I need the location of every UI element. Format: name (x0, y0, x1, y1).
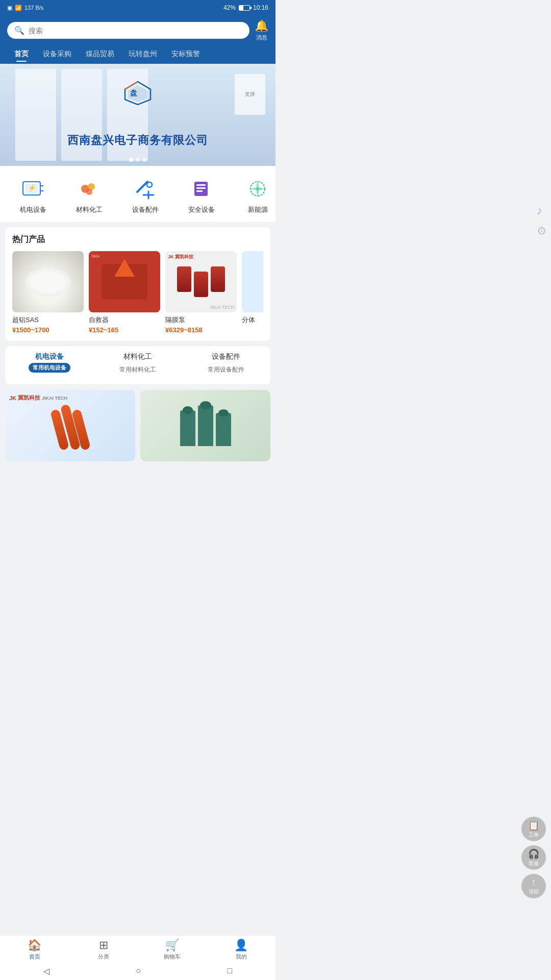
product-card-4[interactable]: 分体 (242, 251, 263, 334)
banner-company-name: 西南盘兴电子商务有限公司 (67, 134, 208, 146)
product-name-1: 超铝SAS (12, 315, 84, 325)
header: 🔍 🔔 消息 (0, 15, 276, 47)
grid-img-1: JK 冀凯科技JIKAI TECH (5, 390, 135, 461)
company-logo: 盘 (120, 79, 156, 107)
nav-tab-home[interactable]: 首页 (7, 47, 36, 61)
status-bar: ▣ 📶 137 B/s 42% 10:16 (0, 0, 276, 15)
product-img-4 (242, 251, 263, 312)
wifi-icon: 📶 (15, 5, 22, 11)
svg-point-14 (147, 182, 152, 187)
category-label-electrical: 机电设备 (20, 205, 46, 214)
product-card-2[interactable]: IWA 自救器 ¥152~165 (89, 251, 160, 334)
cat-tab-chemical[interactable]: 材料化工 常用材料化工 (93, 346, 182, 384)
status-right: 42% 10:16 (223, 4, 268, 11)
nav-tab-equipment[interactable]: 设备采购 (36, 47, 79, 61)
products-row: 超铝SAS ¥1500~1700 IWA 自救器 ¥152~165 (12, 251, 263, 334)
product-card-1[interactable]: 超铝SAS ¥1500~1700 (12, 251, 84, 334)
product-name-3: 隔膜泵 (165, 315, 237, 325)
nav-tabs: 首页 设备采购 煤品贸易 玩转盘州 安标预警 (0, 47, 276, 64)
category-label-safety: 安全设备 (188, 205, 215, 214)
status-left: ▣ 📶 137 B/s (7, 5, 43, 11)
product-img-3: JK 冀凯科技 JIKAI TECH (165, 251, 237, 312)
battery-percent: 42% (223, 4, 236, 11)
nav-tab-coal[interactable]: 煤品贸易 (79, 47, 121, 61)
search-input[interactable] (29, 27, 242, 35)
notification-button[interactable]: 🔔 消息 (255, 19, 268, 41)
svg-line-13 (137, 182, 147, 192)
search-icon: 🔍 (14, 26, 24, 35)
battery-icon (239, 5, 250, 11)
category-item-safety[interactable]: 安全设备 (173, 173, 230, 217)
hot-products-section: 热门产品 超铝SAS ¥1500~1700 (5, 227, 270, 341)
cat-badge-electrical: 常用机电设备 (29, 363, 70, 373)
category-label-energy: 新能源 (248, 205, 268, 214)
category-section: ⚡ 机电设备 材料化工 (0, 166, 276, 222)
svg-rect-19 (196, 187, 206, 189)
svg-rect-20 (196, 190, 203, 192)
electrical-icon: ⚡ (20, 176, 46, 202)
category-tabs-section: 机电设备 常用机电设备 材料化工 常用材料化工 设备配件 常用设备配件 (5, 346, 270, 385)
category-tabs-header: 机电设备 常用机电设备 材料化工 常用材料化工 设备配件 常用设备配件 (5, 346, 270, 385)
grid-card-2[interactable] (140, 390, 270, 461)
grid-card-1[interactable]: JK 冀凯科技JIKAI TECH (5, 390, 135, 461)
speed-indicator: 137 B/s (24, 5, 43, 11)
product-price-1: ¥1500~1700 (12, 326, 84, 334)
category-item-chemical[interactable]: 材料化工 (61, 173, 117, 217)
svg-point-12 (86, 189, 92, 195)
hot-products-title: 热门产品 (12, 234, 263, 245)
grid-img-2 (140, 390, 270, 461)
cat-sub-parts: 常用设备配件 (185, 361, 268, 378)
category-item-energy[interactable]: 新能源 (230, 173, 276, 217)
product-img-1 (12, 251, 84, 312)
product-card-3[interactable]: JK 冀凯科技 JIKAI TECH 隔膜泵 ¥6329~8158 (165, 251, 237, 334)
svg-text:盘: 盘 (130, 89, 138, 97)
cat-tab-parts[interactable]: 设备配件 常用设备配件 (182, 346, 270, 384)
jikai-logo-1: JK 冀凯科技JIKAI TECH (9, 394, 67, 402)
safety-icon (188, 176, 215, 202)
category-row: ⚡ 机电设备 材料化工 (0, 173, 276, 217)
svg-text:⚡: ⚡ (28, 184, 37, 192)
products-grid-section: JK 冀凯科技JIKAI TECH (5, 390, 270, 461)
category-label-parts: 设备配件 (132, 205, 159, 214)
cat-tab-electrical[interactable]: 机电设备 常用机电设备 (5, 346, 93, 384)
product-name-2: 自救器 (89, 315, 160, 325)
product-price-3: ¥6329~8158 (165, 326, 237, 334)
nav-tab-panzhou[interactable]: 玩转盘州 (121, 47, 164, 61)
banner: 盘 西南盘兴电子商务有限公司 奖牌 (0, 64, 276, 166)
chemical-icon (76, 176, 103, 202)
energy-icon (244, 176, 271, 202)
parts-icon (132, 176, 159, 202)
search-bar[interactable]: 🔍 (7, 22, 249, 39)
product-img-2: IWA (89, 251, 160, 312)
nav-tab-safety[interactable]: 安标预警 (164, 47, 207, 61)
sim-icon: ▣ (7, 5, 12, 11)
bell-icon: 🔔 (255, 19, 268, 33)
category-item-electrical[interactable]: ⚡ 机电设备 (5, 173, 61, 217)
product-price-2: ¥152~165 (89, 326, 160, 334)
svg-rect-18 (196, 184, 206, 186)
product-name-4: 分体 (242, 315, 263, 325)
time-display: 10:16 (253, 4, 268, 11)
notification-label: 消息 (256, 34, 267, 41)
cat-sub-chemical: 常用材料化工 (96, 361, 179, 378)
category-label-chemical: 材料化工 (76, 205, 103, 214)
category-item-parts[interactable]: 设备配件 (117, 173, 173, 217)
banner-dots (129, 158, 146, 162)
